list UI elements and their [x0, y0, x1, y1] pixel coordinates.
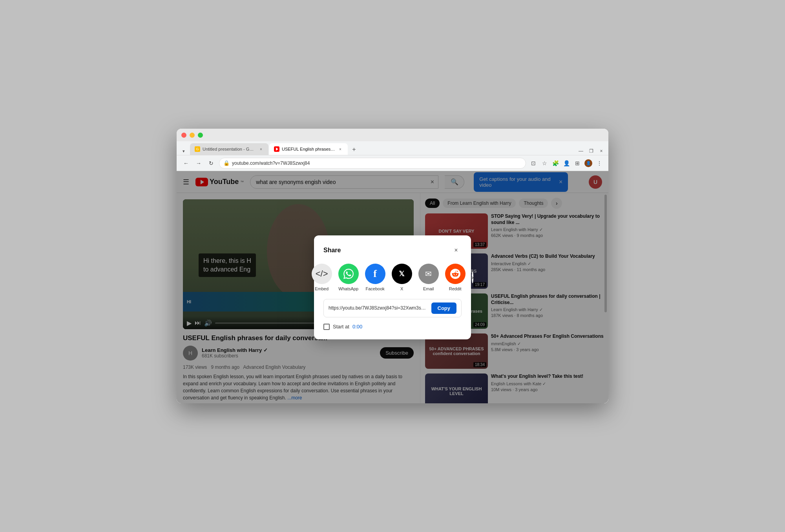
facebook-icon: f [365, 264, 385, 284]
title-bar [177, 129, 608, 141]
email-icon: ✉ [418, 264, 439, 284]
cast-icon[interactable]: ⊡ [529, 159, 538, 168]
share-more-arrow[interactable]: › [472, 271, 474, 283]
share-start-row: Start at 0:00 [323, 324, 462, 330]
start-at-label: Start at [333, 324, 349, 330]
youtube-area: ☰ YouTube ™ × 🔍 Get captions for your au… [177, 171, 608, 403]
whatsapp-icon [338, 264, 359, 284]
browser-content: ☰ YouTube ™ × 🔍 Get captions for your au… [177, 171, 608, 403]
back-button[interactable]: ← [181, 159, 191, 168]
browser-window: ▾ G Untitled presentation - Google ... ×… [177, 129, 608, 403]
bookmark-icon[interactable]: ☆ [540, 159, 549, 168]
facebook-label: Facebook [366, 286, 385, 291]
share-header: Share × [323, 245, 462, 256]
tab-1-favicon: G [195, 146, 200, 152]
x-label: X [400, 286, 403, 291]
tab-2-close[interactable]: × [338, 146, 343, 152]
yt-main: Hi there, this is H to advanced Eng HI ▶… [177, 193, 608, 403]
maximize-button[interactable] [198, 133, 203, 138]
share-whatsapp-item[interactable]: WhatsApp [338, 264, 359, 291]
forward-button[interactable]: → [194, 159, 203, 168]
restore-window-icon[interactable]: ❐ [587, 147, 595, 155]
tab-1[interactable]: G Untitled presentation - Google ... × [190, 143, 268, 155]
address-bar: ← → ↻ 🔒 youtube.com/watch?v=7WJ8Szwxj84 … [177, 155, 608, 171]
user-avatar-icon[interactable]: 👤 [584, 159, 593, 168]
url-text: youtube.com/watch?v=7WJ8Szwxj84 [232, 160, 522, 166]
share-overlay: Share × </> Embed [177, 193, 608, 403]
close-button[interactable] [181, 133, 186, 138]
share-facebook-item[interactable]: f Facebook [365, 264, 385, 291]
share-title: Share [323, 247, 341, 254]
tab-bar: ▾ G Untitled presentation - Google ... ×… [177, 141, 608, 155]
share-dialog: Share × </> Embed [314, 235, 471, 339]
close-window-icon[interactable]: × [597, 147, 605, 155]
reddit-label: Reddit [449, 286, 462, 291]
more-options-icon[interactable]: ⋮ [595, 159, 604, 168]
start-time[interactable]: 0:00 [352, 324, 362, 330]
whatsapp-label: WhatsApp [338, 286, 358, 291]
share-reddit-item[interactable]: Reddit [445, 264, 466, 291]
tab-list-arrow[interactable]: ▾ [180, 147, 188, 155]
extensions-icon[interactable]: 🧩 [551, 159, 560, 168]
share-icons: </> Embed WhatsApp [323, 264, 462, 291]
share-url-text: https://youtu.be/7WJ8Szwxj84?si=32Xwm3sQ… [329, 305, 428, 311]
tab-1-close[interactable]: × [258, 146, 264, 152]
embed-label: Embed [315, 286, 329, 291]
reload-button[interactable]: ↻ [206, 159, 216, 168]
tab-2[interactable]: USEFUL English phrases for dai... × [269, 143, 348, 155]
share-email-item[interactable]: ✉ Email [418, 264, 439, 291]
x-icon: 𝕏 [392, 264, 412, 284]
tab-1-label: Untitled presentation - Google ... [203, 147, 256, 151]
minimize-button[interactable] [190, 133, 195, 138]
share-close-button[interactable]: × [451, 245, 462, 256]
url-bar[interactable]: 🔒 youtube.com/watch?v=7WJ8Szwxj84 [219, 158, 526, 169]
sidebar-toggle-icon[interactable]: ⊞ [573, 159, 582, 168]
minimize-window-icon[interactable]: — [577, 147, 585, 155]
profile-icon[interactable]: 👤 [562, 159, 571, 168]
copy-button[interactable]: Copy [431, 302, 457, 314]
reddit-icon [445, 264, 466, 284]
start-checkbox[interactable] [323, 324, 330, 330]
tab-2-favicon [274, 146, 279, 152]
tab-2-label: USEFUL English phrases for dai... [282, 147, 335, 151]
share-url-row: https://youtu.be/7WJ8Szwxj84?si=32Xwm3sQ… [323, 299, 462, 317]
new-tab-button[interactable]: + [349, 144, 360, 155]
share-embed-item[interactable]: </> Embed [312, 264, 332, 291]
share-x-item[interactable]: 𝕏 X [392, 264, 412, 291]
email-label: Email [423, 286, 434, 291]
embed-icon: </> [312, 264, 332, 284]
